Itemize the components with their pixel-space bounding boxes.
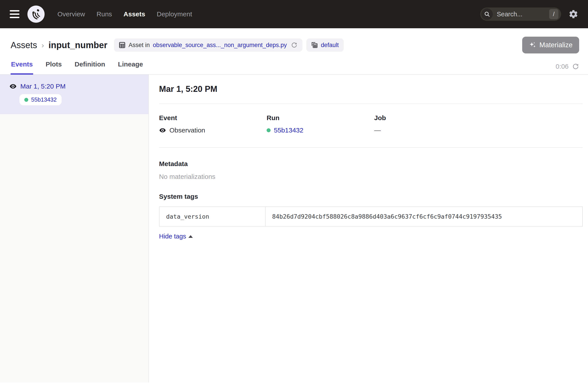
event-timestamp-link[interactable]: Mar 1, 5:20 PM bbox=[20, 82, 66, 90]
system-tags-heading: System tags bbox=[159, 193, 583, 200]
tag-key-cell: data_version bbox=[159, 207, 265, 226]
nav-item-overview[interactable]: Overview bbox=[57, 10, 85, 18]
job-column: Job — bbox=[374, 114, 583, 134]
gear-icon[interactable] bbox=[568, 9, 578, 19]
refresh-countdown: 0:06 bbox=[556, 63, 568, 70]
tabs-bar: Events Plots Definition Lineage 0:06 bbox=[0, 57, 588, 75]
top-nav: Overview Runs Assets Deployment Search..… bbox=[0, 0, 588, 28]
eye-icon bbox=[9, 82, 17, 90]
hide-tags-label: Hide tags bbox=[159, 233, 186, 240]
primary-nav: Overview Runs Assets Deployment bbox=[57, 10, 192, 18]
materialize-label: Materialize bbox=[539, 41, 572, 49]
job-empty-value: — bbox=[374, 126, 381, 134]
system-tags-table: data_version 84b26d7d9204cbf588026c8a988… bbox=[159, 206, 583, 226]
asset-chip-prefix: Asset in bbox=[128, 42, 150, 49]
tab-plots[interactable]: Plots bbox=[45, 57, 62, 75]
run-id-link[interactable]: 55b13432 bbox=[274, 126, 303, 134]
sparkle-icon bbox=[529, 41, 536, 49]
breadcrumb-separator: › bbox=[42, 41, 44, 49]
event-detail-title: Mar 1, 5:20 PM bbox=[159, 84, 583, 94]
metadata-heading: Metadata bbox=[159, 160, 583, 168]
events-sidebar: Mar 1, 5:20 PM 55b13432 bbox=[0, 75, 149, 383]
run-status-dot bbox=[24, 98, 28, 102]
asset-group-icon bbox=[311, 42, 318, 48]
run-id-badge[interactable]: 55b13432 bbox=[20, 94, 62, 105]
asset-group-chip: default bbox=[306, 39, 344, 52]
reload-definition-icon[interactable] bbox=[291, 42, 297, 48]
breadcrumb-assets-link[interactable]: Assets bbox=[11, 40, 37, 50]
hamburger-menu-icon[interactable] bbox=[10, 10, 20, 18]
materialize-button[interactable]: Materialize bbox=[522, 37, 579, 53]
nav-item-runs[interactable]: Runs bbox=[97, 10, 112, 18]
asset-group-link[interactable]: default bbox=[321, 42, 339, 49]
asset-table-icon bbox=[119, 42, 126, 48]
breadcrumb: Assets › input_number bbox=[11, 40, 107, 50]
event-column-label: Event bbox=[159, 114, 267, 122]
run-status-dot bbox=[267, 128, 271, 132]
eye-icon bbox=[159, 127, 166, 134]
asset-source-file-link[interactable]: observable_source_ass..._non_argument_de… bbox=[153, 42, 287, 49]
search-shortcut-badge: / bbox=[549, 9, 558, 19]
metadata-empty-text: No materializations bbox=[159, 173, 583, 181]
event-type-value: Observation bbox=[169, 126, 205, 134]
job-column-label: Job bbox=[374, 114, 583, 122]
hide-tags-link[interactable]: Hide tags bbox=[159, 233, 193, 240]
search-input[interactable]: Search... / bbox=[480, 7, 561, 21]
run-column-label: Run bbox=[267, 114, 374, 122]
tab-lineage[interactable]: Lineage bbox=[118, 57, 143, 75]
event-column: Event Observation bbox=[159, 114, 267, 134]
caret-up-icon bbox=[189, 235, 193, 238]
run-id-label: 55b13432 bbox=[31, 96, 57, 103]
event-detail-panel: Mar 1, 5:20 PM Event Observation Run bbox=[149, 75, 588, 383]
table-row: data_version 84b26d7d9204cbf588026c8a988… bbox=[159, 207, 583, 226]
tab-events[interactable]: Events bbox=[11, 57, 33, 75]
nav-item-deployment[interactable]: Deployment bbox=[157, 10, 192, 18]
tab-definition[interactable]: Definition bbox=[74, 57, 105, 75]
event-list-item[interactable]: Mar 1, 5:20 PM 55b13432 bbox=[0, 75, 148, 114]
nav-item-assets[interactable]: Assets bbox=[124, 10, 145, 18]
divider bbox=[159, 103, 583, 104]
tag-value-cell: 84b26d7d9204cbf588026c8a9886d403a6c9637c… bbox=[265, 207, 583, 226]
dagster-logo-icon[interactable] bbox=[27, 5, 45, 23]
search-icon bbox=[481, 8, 493, 20]
refresh-icon[interactable] bbox=[572, 63, 579, 70]
run-column: Run 55b13432 bbox=[267, 114, 374, 134]
search-placeholder: Search... bbox=[497, 11, 549, 18]
page-header: Assets › input_number Asset in observabl… bbox=[0, 28, 588, 53]
asset-definition-chip: Asset in observable_source_ass..._non_ar… bbox=[114, 39, 302, 52]
page-title: input_number bbox=[48, 40, 107, 50]
divider bbox=[159, 147, 583, 148]
